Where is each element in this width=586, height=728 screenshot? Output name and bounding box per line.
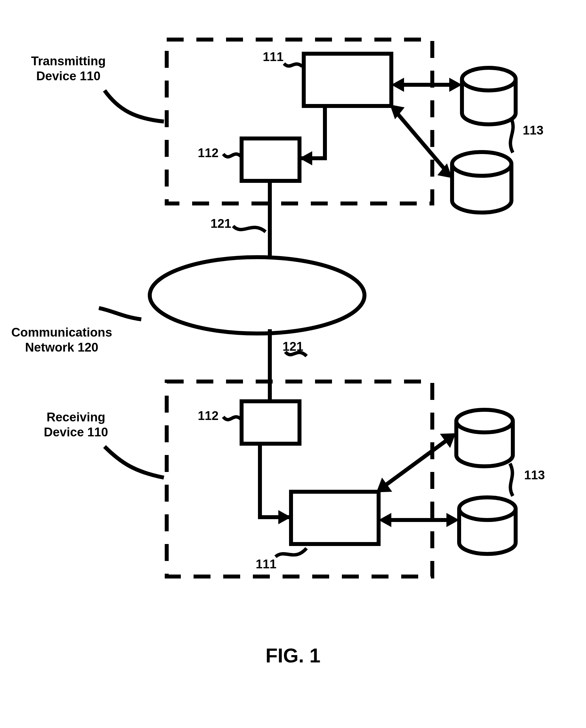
leader-receiving: [105, 446, 164, 477]
svg-point-7: [459, 497, 516, 520]
cylinder-113-top-upper: [462, 68, 516, 124]
svg-point-0: [462, 68, 516, 90]
cylinder-113-bottom-lower: [459, 497, 516, 554]
label-113-bottom: 113: [524, 468, 545, 483]
leader-112-bottom: [223, 417, 242, 420]
label-transmitting-device: Transmitting Device 110: [31, 54, 106, 84]
label-112-top: 112: [198, 146, 218, 160]
cylinder-113-top-lower: [452, 152, 511, 212]
network-ellipse: [150, 257, 365, 334]
label-121-top: 121: [211, 216, 231, 231]
leader-121-top: [233, 226, 266, 232]
label-comm-network: Communications Network 120: [11, 325, 112, 355]
label-121-bottom: 121: [283, 339, 303, 354]
figure-title: FIG. 1: [0, 644, 586, 667]
leader-comm-network: [99, 308, 141, 319]
diagram-svg: [0, 0, 586, 728]
cylinder-113-bottom-upper: [456, 410, 513, 466]
diagram-page: Transmitting Device 110 111 112 113 121 …: [0, 0, 586, 728]
box-111-top: [304, 54, 391, 106]
svg-point-1: [452, 152, 511, 176]
conn-111-cyl-lower-top: [397, 113, 445, 170]
label-112-bottom: 112: [198, 408, 218, 423]
box-112-top: [242, 138, 299, 181]
svg-point-6: [456, 410, 513, 433]
leader-111-bottom: [275, 548, 307, 557]
label-111-top: 111: [263, 49, 284, 64]
leader-transmitting: [105, 90, 164, 122]
box-111-bottom: [291, 492, 379, 544]
leader-113-top: [510, 119, 513, 153]
box-112-bottom: [242, 401, 299, 444]
label-111-bottom: 111: [256, 557, 276, 572]
conn-112-to-111-bottom: [260, 444, 291, 517]
conn-111-to-112-top: [299, 106, 325, 158]
leader-112-top: [223, 154, 242, 157]
label-113-top: 113: [523, 123, 543, 138]
leader-111-top: [284, 63, 302, 67]
conn-111-cyl-upper-bot: [384, 439, 448, 486]
label-receiving-device: Receiving Device 110: [44, 410, 108, 440]
leader-113-bottom: [510, 464, 513, 496]
